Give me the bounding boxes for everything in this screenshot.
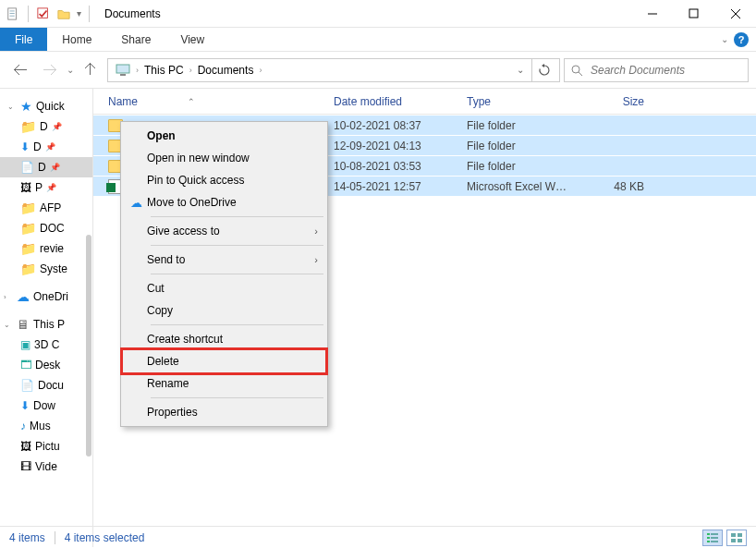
file-type: File folder (467, 160, 578, 173)
sidebar-item-quick-access[interactable]: ⌄★Quick (0, 96, 92, 116)
ctx-send-to[interactable]: Send to› (123, 249, 325, 271)
sidebar-item-p[interactable]: 🖼P📌 (0, 177, 92, 198)
ctx-open-new-window[interactable]: Open in new window (123, 147, 325, 169)
column-headers: Name⌃ Date modified Type Size (93, 89, 756, 115)
sidebar-item-label: D (38, 161, 46, 174)
ctx-label: Move to OneDrive (147, 196, 237, 209)
sidebar-item-videos[interactable]: 🎞Vide (0, 457, 92, 477)
downloads-icon: ⬇ (20, 140, 30, 153)
sidebar-item-d2[interactable]: ⬇D📌 (0, 137, 92, 157)
view-tab[interactable]: View (165, 28, 219, 51)
sidebar-item-label: Mus (30, 420, 51, 432)
search-input[interactable] (589, 63, 742, 78)
svg-rect-19 (731, 533, 736, 537)
view-large-icons-button[interactable] (726, 530, 747, 546)
sidebar-item-thispc[interactable]: ⌄🖥This P (0, 314, 92, 335)
qat-folder-icon[interactable] (56, 6, 71, 21)
ctx-give-access[interactable]: Give access to› (123, 220, 325, 242)
sidebar-item-afp[interactable]: 📁AFP (0, 198, 92, 218)
refresh-button[interactable] (531, 59, 555, 81)
sidebar-item-label: 3D C (34, 338, 59, 351)
sidebar-item-label: revie (40, 242, 64, 255)
ctx-delete[interactable]: Delete (120, 347, 328, 375)
address-history-icon[interactable]: ⌄ (511, 65, 530, 75)
folder-icon: 📁 (20, 221, 36, 236)
breadcrumb-thispc[interactable]: This PC (140, 64, 188, 77)
sidebar-item-d1[interactable]: 📁D📌 (0, 116, 92, 137)
folder-icon: 📁 (20, 241, 36, 256)
sidebar-item-documents[interactable]: 📄Docu (0, 375, 92, 396)
chevron-right-icon[interactable]: › (189, 66, 192, 75)
share-tab[interactable]: Share (106, 28, 165, 51)
breadcrumb[interactable]: › This PC › Documents › ⌄ (107, 58, 560, 82)
column-header-date[interactable]: Date modified (334, 95, 467, 108)
sidebar-item-label: Dow (33, 399, 55, 412)
chevron-right-icon[interactable]: › (136, 66, 139, 75)
documents-icon: 📄 (20, 161, 34, 174)
column-header-name[interactable]: Name⌃ (93, 95, 334, 108)
recent-locations-icon[interactable]: ⌄ (67, 65, 74, 75)
svg-rect-2 (10, 13, 15, 14)
status-selected-count: 4 items selected (65, 531, 145, 544)
ctx-rename[interactable]: Rename (123, 372, 325, 395)
ctx-open[interactable]: Open (123, 125, 325, 147)
svg-rect-21 (731, 539, 736, 542)
pc-icon: 🖥 (17, 317, 30, 332)
cube-icon: ▣ (20, 338, 30, 351)
home-tab[interactable]: Home (47, 28, 106, 51)
file-type: Microsoft Excel W… (467, 180, 578, 193)
ctx-pin-quick-access[interactable]: Pin to Quick access (123, 169, 325, 191)
maximize-button[interactable] (673, 0, 714, 28)
minimize-button[interactable] (631, 0, 673, 28)
sidebar-item-3d[interactable]: ▣3D C (0, 335, 92, 355)
sidebar-item-d3[interactable]: 📄D📌 (0, 157, 92, 177)
sidebar-item-system[interactable]: 📁Syste (0, 259, 92, 279)
sidebar-item-pictures[interactable]: 🖼Pictu (0, 436, 92, 457)
search-box[interactable] (564, 58, 749, 82)
file-tab[interactable]: File (0, 28, 47, 51)
ctx-label: Cut (147, 282, 165, 295)
column-header-size[interactable]: Size (578, 95, 652, 108)
desktop-icon: 🗔 (20, 359, 31, 371)
videos-icon: 🎞 (20, 460, 31, 473)
qat-checkbox-icon[interactable] (36, 6, 51, 21)
star-icon: ★ (20, 99, 32, 114)
sidebar-item-doc[interactable]: 📁DOC (0, 218, 92, 238)
sidebar-scrollbar[interactable] (85, 96, 92, 540)
up-button[interactable]: 🡡 (78, 57, 104, 83)
ctx-label: Copy (147, 304, 173, 317)
pictures-icon: 🖼 (20, 181, 31, 194)
sidebar-item-downloads[interactable]: ⬇Dow (0, 396, 92, 416)
back-button[interactable]: 🡠 (7, 57, 33, 83)
pin-icon: 📌 (50, 163, 60, 172)
qat-customize-icon[interactable]: ▾ (77, 8, 81, 18)
sidebar-item-music[interactable]: ♪Mus (0, 416, 92, 436)
folder-icon: 📁 (20, 262, 36, 276)
sidebar-item-review[interactable]: 📁revie (0, 238, 92, 259)
breadcrumb-documents[interactable]: Documents (194, 64, 258, 77)
svg-rect-16 (711, 537, 718, 539)
ctx-move-onedrive[interactable]: ☁Move to OneDrive (123, 191, 325, 213)
pc-icon[interactable] (112, 64, 134, 77)
sidebar-item-onedrive[interactable]: ›☁OneDri (0, 286, 92, 307)
documents-icon: 📄 (20, 379, 34, 392)
file-type: File folder (467, 140, 578, 152)
column-header-type[interactable]: Type (467, 95, 578, 108)
sidebar-item-label: OneDri (33, 290, 68, 303)
view-details-button[interactable] (702, 530, 723, 546)
chevron-right-icon[interactable]: › (259, 66, 262, 75)
ctx-label: Send to (147, 253, 185, 266)
help-icon[interactable]: ? (734, 32, 749, 47)
ctx-cut[interactable]: Cut (123, 277, 325, 299)
ctx-copy[interactable]: Copy (123, 299, 325, 322)
folder-icon: 📁 (20, 201, 36, 215)
svg-rect-14 (711, 533, 718, 535)
pin-icon: 📌 (45, 142, 55, 152)
sidebar-item-desktop[interactable]: 🗔Desk (0, 355, 92, 375)
ctx-properties[interactable]: Properties (123, 401, 325, 423)
close-button[interactable] (714, 0, 756, 28)
ctx-label: Create shortcut (147, 333, 223, 346)
sidebar-item-label: Pictu (35, 440, 60, 453)
ribbon-expand-icon[interactable]: ⌄ (721, 34, 728, 44)
column-label: Name (108, 95, 138, 108)
